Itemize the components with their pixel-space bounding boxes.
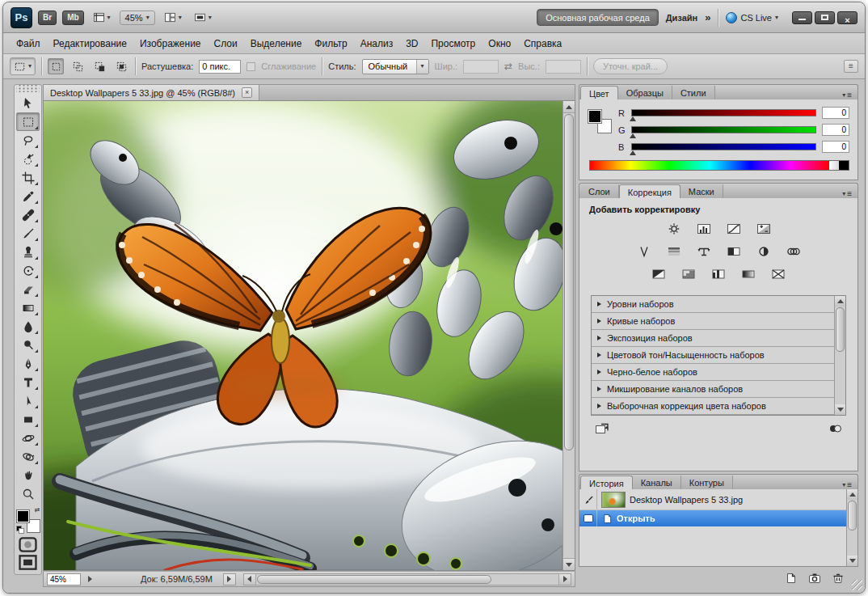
slider-thumb-icon[interactable]: [630, 150, 636, 155]
selection-mode-new-button[interactable]: [48, 58, 64, 74]
tab-channels[interactable]: Каналы: [633, 476, 681, 489]
delete-state-button[interactable]: [829, 571, 847, 585]
zoom-tool[interactable]: [16, 484, 40, 503]
preset-channel-mixer[interactable]: Микширование каналов наборов: [592, 381, 834, 398]
slider-thumb-icon[interactable]: [630, 116, 636, 121]
history-scroll-track[interactable]: [848, 501, 857, 555]
history-scrollbar[interactable]: [846, 489, 857, 566]
history-state-open-row[interactable]: Открыть: [579, 510, 846, 526]
preset-black-white[interactable]: Черно-белое наборов: [592, 364, 834, 381]
hue-saturation-button[interactable]: [664, 243, 685, 260]
menu-item-select[interactable]: Выделение: [244, 35, 309, 53]
photoshop-logo[interactable]: Ps: [11, 7, 32, 28]
history-panel-menu-button[interactable]: ▾≡: [837, 481, 857, 489]
scroll-down-button[interactable]: [835, 404, 845, 415]
color-ramp[interactable]: [589, 160, 849, 171]
zoom-level-control[interactable]: 45% ▾: [120, 11, 155, 25]
dodge-tool[interactable]: [16, 336, 40, 354]
history-snapshot-row[interactable]: Desktop Wallpapers 5 33.jpg: [579, 489, 846, 510]
channel-green-slider[interactable]: [631, 126, 816, 133]
new-snapshot-button[interactable]: [806, 571, 824, 585]
screen-mode-toggle-button[interactable]: [16, 553, 40, 571]
posterize-button[interactable]: [678, 266, 699, 282]
eraser-tool[interactable]: [16, 280, 40, 298]
color-balance-button[interactable]: [693, 243, 714, 260]
adjustments-panel-menu-button[interactable]: ▾≡: [837, 190, 857, 198]
workspace-overflow-button[interactable]: »: [705, 11, 710, 23]
bridge-button[interactable]: Br: [38, 11, 57, 25]
eyedropper-tool[interactable]: [16, 187, 40, 205]
cs-live-button[interactable]: CS Live ▾: [726, 12, 778, 23]
vertical-scrollbar[interactable]: [563, 101, 575, 570]
clip-to-layer-button[interactable]: [827, 422, 843, 438]
tab-color[interactable]: Цвет: [580, 86, 618, 100]
presets-scrollbar[interactable]: [834, 296, 845, 415]
history-brush-tool[interactable]: [16, 261, 40, 280]
antialias-checkbox[interactable]: [246, 62, 255, 71]
vertical-scroll-track[interactable]: [564, 114, 574, 557]
spectrum-gradient[interactable]: [590, 161, 829, 170]
status-info-menu-button[interactable]: [223, 573, 236, 585]
lasso-tool[interactable]: [16, 131, 40, 150]
type-tool[interactable]: [16, 373, 40, 391]
style-dropdown-button[interactable]: ▾: [416, 60, 428, 74]
menu-item-filter[interactable]: Фильтр: [308, 35, 353, 53]
photo-filter-button[interactable]: [753, 243, 774, 260]
preset-hue-saturation[interactable]: Цветовой тон/Насыщенность наборов: [592, 347, 834, 364]
view-extras-button[interactable]: ▾: [90, 11, 114, 24]
3d-camera-rotate-tool[interactable]: [16, 447, 40, 466]
path-selection-tool[interactable]: [16, 391, 40, 410]
status-zoom-flyout-button[interactable]: [85, 573, 95, 585]
horizontal-scroll-track[interactable]: [257, 575, 558, 584]
menu-item-edit[interactable]: Редактирование: [47, 35, 133, 53]
spot-healing-brush-tool[interactable]: [16, 205, 40, 224]
channel-red-slider[interactable]: [631, 109, 816, 116]
channel-mixer-button[interactable]: [783, 243, 804, 260]
tab-layers[interactable]: Слои: [580, 184, 619, 198]
selection-mode-intersect-button[interactable]: [113, 58, 129, 74]
hand-tool[interactable]: [16, 466, 40, 484]
canvas[interactable]: [43, 100, 575, 571]
preset-exposure[interactable]: Экспозиция наборов: [592, 330, 834, 347]
tab-close-icon[interactable]: ×: [242, 87, 252, 98]
scroll-up-button[interactable]: [563, 101, 575, 113]
crop-tool[interactable]: [16, 168, 40, 187]
menu-item-image[interactable]: Изображение: [133, 35, 208, 53]
rectangle-shape-tool[interactable]: [16, 410, 40, 429]
gradient-map-button[interactable]: [738, 266, 759, 282]
tab-adjustments[interactable]: Коррекция: [619, 184, 680, 199]
vertical-scroll-thumb[interactable]: [564, 114, 574, 450]
tools-panel-grip[interactable]: [16, 85, 40, 92]
move-tool[interactable]: [16, 94, 40, 112]
levels-button[interactable]: [693, 221, 714, 237]
channel-blue-value[interactable]: [822, 141, 849, 153]
presets-scroll-track[interactable]: [836, 307, 845, 404]
tab-paths[interactable]: Контуры: [681, 476, 733, 489]
close-button[interactable]: ×: [837, 11, 857, 24]
3d-object-rotate-tool[interactable]: [16, 429, 40, 447]
presets-scroll-thumb[interactable]: [836, 307, 845, 352]
invert-button[interactable]: [648, 266, 669, 282]
gradient-tool[interactable]: [16, 298, 40, 317]
scroll-up-button[interactable]: [847, 489, 857, 500]
history-state-source-cell[interactable]: [579, 510, 597, 526]
menu-item-window[interactable]: Окно: [482, 35, 517, 53]
swap-colors-icon[interactable]: ⇄: [35, 507, 40, 514]
new-document-from-state-button[interactable]: [782, 571, 800, 585]
black-white-button[interactable]: [723, 243, 744, 260]
slider-thumb-icon[interactable]: [630, 133, 636, 138]
foreground-color-swatch[interactable]: [16, 509, 30, 523]
minimize-button[interactable]: [792, 11, 812, 24]
foreground-background-swatches[interactable]: [588, 109, 612, 133]
tab-styles[interactable]: Стили: [672, 86, 715, 99]
black-swatch[interactable]: [839, 161, 849, 170]
menu-item-view[interactable]: Просмотр: [424, 35, 482, 53]
color-panel-menu-button[interactable]: ▾≡: [837, 91, 857, 99]
horizontal-scrollbar[interactable]: [243, 573, 571, 585]
channel-red-value[interactable]: [822, 107, 849, 119]
clone-stamp-tool[interactable]: [16, 243, 40, 261]
status-zoom-input[interactable]: [47, 573, 81, 585]
link-dimensions-icon[interactable]: ⇄: [504, 61, 512, 72]
channel-green-value[interactable]: [822, 124, 849, 136]
pen-tool[interactable]: [16, 354, 40, 373]
